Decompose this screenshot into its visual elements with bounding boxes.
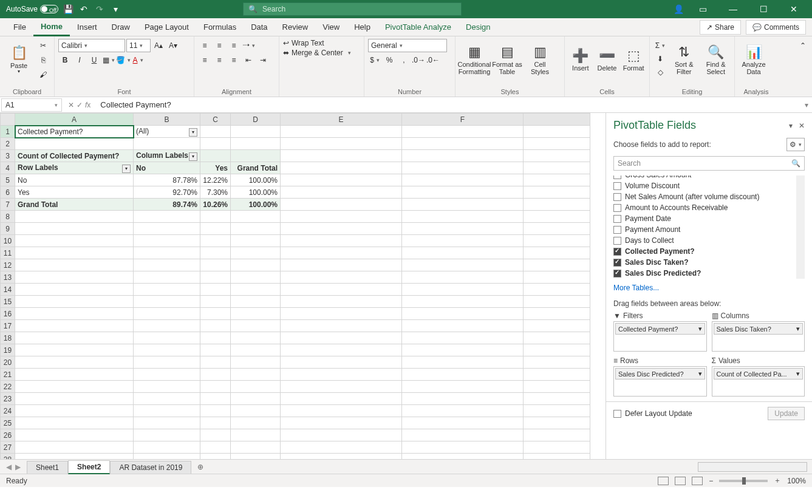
col-header-C[interactable]: C (200, 114, 231, 126)
align-top-icon[interactable]: ≡ (198, 39, 211, 52)
field-item[interactable]: Sales Disc Predicted? (613, 268, 796, 279)
row-header[interactable]: 26 (1, 429, 15, 441)
ribbon-options-icon[interactable]: ▭ (691, 0, 715, 18)
tools-gear-button[interactable]: ⚙ (786, 138, 805, 151)
field-item[interactable]: Sales Disc Taken? (613, 257, 796, 268)
checkbox-icon[interactable] (613, 204, 621, 212)
columns-area[interactable]: Sales Disc Taken?▾ (712, 321, 805, 352)
tab-view[interactable]: View (315, 19, 347, 35)
cell-styles-button[interactable]: ▥Cell Styles (525, 39, 555, 81)
page-break-view-icon[interactable] (692, 477, 703, 485)
italic-button[interactable]: I (73, 53, 86, 67)
insert-cells-button[interactable]: ➕Insert (568, 39, 593, 81)
field-item[interactable]: Days to Collect (613, 235, 796, 246)
tab-insert[interactable]: Insert (70, 19, 104, 35)
filters-chip[interactable]: Collected Payment?▾ (615, 323, 705, 335)
font-size-combo[interactable]: 11 (126, 39, 151, 52)
share-button[interactable]: ↗Share (700, 20, 741, 35)
filters-area[interactable]: Collected Payment?▾ (613, 321, 707, 352)
normal-view-icon[interactable] (658, 477, 669, 485)
row-header[interactable]: 23 (1, 393, 15, 405)
defer-layout-checkbox[interactable]: Defer Layout Update (613, 409, 692, 418)
expand-formula-bar-icon[interactable]: ▾ (801, 101, 812, 109)
sheet-nav-next-icon[interactable]: ▶ (15, 463, 21, 471)
cell-B7[interactable]: 89.74% (134, 199, 200, 211)
format-cells-button[interactable]: ⬚Format (621, 39, 646, 81)
decrease-decimal-icon[interactable]: .0← (426, 53, 440, 67)
checkbox-icon[interactable] (613, 259, 621, 267)
row-header[interactable]: 20 (1, 356, 15, 369)
find-select-button[interactable]: 🔍Find & Select (701, 39, 731, 81)
field-item[interactable]: Payment Date (613, 213, 796, 224)
formula-input[interactable]: Collected Payment? (95, 100, 801, 109)
maximize-button[interactable]: ☐ (751, 0, 776, 18)
cell-C7[interactable]: 10.26% (200, 199, 231, 211)
tab-review[interactable]: Review (275, 19, 316, 35)
row-header[interactable]: 21 (1, 369, 15, 381)
field-search-input[interactable]: Search🔍 (613, 156, 805, 171)
values-chip[interactable]: Count of Collected Pa...▾ (714, 368, 803, 380)
redo-icon[interactable]: ↷ (94, 3, 106, 15)
tab-data[interactable]: Data (244, 19, 275, 35)
checkbox-icon[interactable] (613, 226, 621, 234)
rows-area[interactable]: Sales Disc Predicted?▾ (613, 366, 707, 397)
row-header[interactable]: 8 (1, 211, 15, 223)
font-name-combo[interactable]: Calibri (58, 39, 125, 52)
filter-dropdown-icon[interactable]: ▾ (189, 128, 197, 137)
sheet-nav-prev-icon[interactable]: ◀ (6, 463, 12, 471)
fx-icon[interactable]: fx (85, 101, 90, 109)
tab-pivottable-analyze[interactable]: PivotTable Analyze (378, 19, 459, 35)
row-header[interactable]: 24 (1, 405, 15, 417)
horizontal-scrollbar[interactable] (698, 462, 807, 472)
increase-indent-icon[interactable]: ⇥ (256, 53, 270, 67)
format-painter-icon[interactable]: 🖌 (36, 68, 50, 81)
bold-button[interactable]: B (58, 53, 72, 67)
row-header[interactable]: 11 (1, 247, 15, 259)
update-button[interactable]: Update (768, 407, 805, 420)
sheet-tab-ar-dataset[interactable]: AR Dataset in 2019 (110, 461, 191, 474)
font-color-button[interactable]: A (131, 53, 145, 67)
border-button[interactable]: ▦ (102, 53, 115, 67)
cell-A1[interactable]: Collected Payment? (15, 126, 134, 138)
tab-formulas[interactable]: Formulas (196, 19, 244, 35)
new-sheet-button[interactable]: ⊕ (191, 463, 210, 471)
col-header-F[interactable]: F (402, 114, 524, 126)
col-header-D[interactable]: D (231, 114, 281, 126)
checkbox-icon[interactable] (613, 182, 621, 190)
zoom-slider[interactable] (719, 480, 768, 482)
cell-A3[interactable]: Count of Collected Payment? (15, 150, 134, 162)
field-item[interactable]: Gross Sales Amount (613, 175, 796, 180)
decrease-font-icon[interactable]: A▾ (166, 39, 180, 52)
row-header[interactable]: 28 (1, 454, 15, 460)
merge-center-button[interactable]: ⬌Merge & Center (283, 49, 351, 57)
checkbox-icon[interactable] (613, 270, 621, 278)
row-header[interactable]: 5 (1, 174, 15, 186)
align-center-icon[interactable]: ≡ (213, 53, 226, 67)
field-item[interactable]: Payment Amount (613, 224, 796, 235)
row-header[interactable]: 6 (1, 186, 15, 199)
tab-page-layout[interactable]: Page Layout (137, 19, 196, 35)
field-item[interactable]: Amount to Accounts Receivable (613, 202, 796, 213)
copy-icon[interactable]: ⎘ (36, 53, 50, 67)
increase-font-icon[interactable]: A▴ (152, 39, 165, 52)
row-header[interactable]: 1 (1, 126, 15, 138)
fill-icon[interactable]: ⬇ (653, 52, 667, 66)
select-all-corner[interactable] (1, 114, 15, 126)
analyze-data-button[interactable]: 📊Analyze Data (739, 39, 769, 81)
row-header[interactable]: 3 (1, 150, 15, 162)
col-header-B[interactable]: B (134, 114, 200, 126)
field-item[interactable]: Collected Payment? (613, 246, 796, 257)
tab-draw[interactable]: Draw (104, 19, 137, 35)
cell-B4[interactable]: No (134, 162, 200, 174)
underline-button[interactable]: U (87, 53, 101, 67)
pane-close-icon[interactable]: ✕ (799, 121, 805, 130)
page-layout-view-icon[interactable] (675, 477, 686, 485)
conditional-formatting-button[interactable]: ▦Conditional Formatting (459, 39, 490, 81)
row-header[interactable]: 13 (1, 271, 15, 284)
align-bottom-icon[interactable]: ≡ (227, 39, 241, 52)
paste-button[interactable]: 📋Paste▾ (4, 39, 34, 81)
col-header-E[interactable]: E (281, 114, 402, 126)
col-header-blank[interactable] (524, 114, 590, 126)
cell-B1[interactable]: (All)▾ (134, 126, 200, 138)
columns-chip[interactable]: Sales Disc Taken?▾ (714, 323, 803, 335)
